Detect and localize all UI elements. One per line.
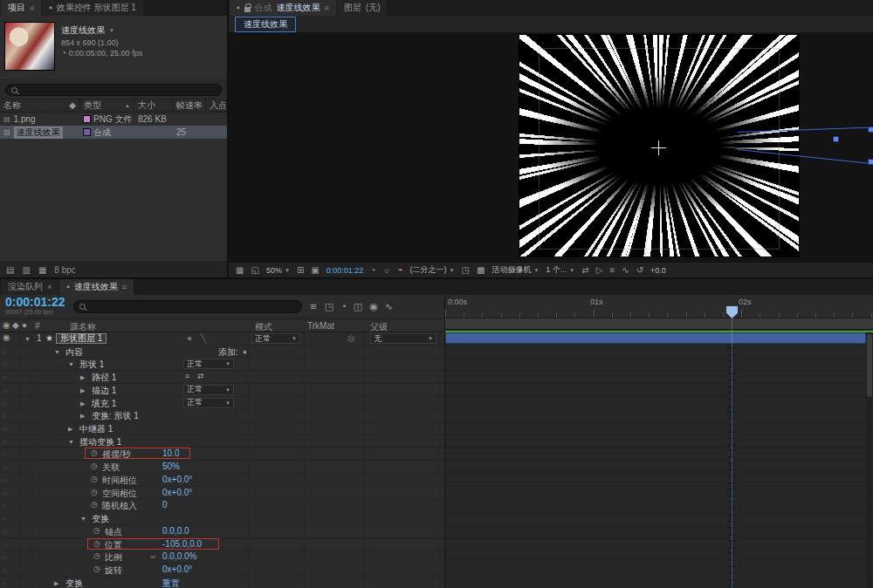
tracks-scrollbar[interactable]	[866, 332, 873, 588]
track-row[interactable]	[445, 538, 866, 551]
viewer-timecode[interactable]: 0:00:01:22	[327, 266, 364, 275]
property-name[interactable]: 变换	[92, 513, 109, 525]
property-name[interactable]: 旋转	[105, 564, 122, 577]
twirl-open-icon[interactable]: ▼	[68, 361, 74, 367]
comp-breadcrumb-button[interactable]: 速度线效果	[235, 17, 296, 32]
quality-switch-icon[interactable]: ●	[187, 333, 192, 343]
property-row[interactable]: ○◷随机植入0	[0, 499, 444, 512]
property-name[interactable]: 形状 1	[79, 359, 104, 371]
property-value[interactable]: 0	[162, 500, 168, 509]
project-search-input[interactable]	[5, 84, 222, 96]
property-name[interactable]: 内容	[65, 346, 83, 359]
property-name[interactable]: 锚点	[105, 526, 122, 538]
property-row[interactable]: ○◷旋转0x+0.0°	[0, 564, 444, 577]
twirl-closed-icon[interactable]: ▶	[80, 400, 85, 407]
stopwatch-icon[interactable]: ◷	[91, 475, 98, 483]
property-name[interactable]: 比例	[105, 551, 122, 564]
current-time-indicator-line[interactable]	[732, 318, 732, 588]
property-name[interactable]: 变换	[65, 578, 83, 588]
current-time-field[interactable]: 0:00:01:22	[5, 297, 65, 307]
stopwatch-icon[interactable]: ◷	[93, 551, 100, 560]
layer-duration-bar[interactable]	[445, 332, 866, 344]
column-framerate[interactable]: 帧速率	[173, 99, 206, 112]
snapshot-icon[interactable]: ◔	[370, 266, 375, 275]
property-value[interactable]: 50%	[162, 462, 180, 471]
property-row[interactable]: ○▶描边 1正常▼	[0, 384, 444, 397]
time-ruler[interactable]: 0:00s01s02s	[445, 295, 873, 318]
transparency-grid-icon[interactable]: ▩	[477, 266, 485, 275]
property-value[interactable]: 0x+0.0°	[162, 488, 192, 497]
lock-icon[interactable]	[244, 7, 251, 12]
twirl-closed-icon[interactable]: ▶	[80, 387, 85, 394]
exposure-value[interactable]: +0.0	[650, 266, 666, 275]
property-name[interactable]: 摆动变换 1	[79, 436, 121, 448]
pixel-aspect-icon[interactable]: ⇄	[581, 266, 588, 275]
layer-mode-select[interactable]: 正常▼	[251, 333, 300, 344]
property-name[interactable]: 随机植入	[102, 500, 137, 512]
project-empty-area[interactable]	[0, 139, 227, 262]
draft-3d-icon[interactable]: ◳	[325, 301, 333, 312]
track-row[interactable]	[445, 358, 866, 371]
property-row[interactable]: ○▶变换重置	[0, 577, 444, 588]
preview-monitor-icon[interactable]: ▦	[236, 266, 244, 275]
twirl-open-icon[interactable]: ▼	[24, 336, 31, 342]
anchor-point-widget[interactable]	[651, 140, 666, 155]
property-row[interactable]: ○◷锚点0.0,0.0	[0, 525, 444, 538]
property-name[interactable]: 空间相位	[102, 488, 137, 500]
property-name[interactable]: 中继器 1	[79, 423, 113, 435]
layer-track-row[interactable]	[445, 332, 866, 345]
stopwatch-icon[interactable]: ◷	[93, 526, 100, 535]
property-row[interactable]: ○▶变换: 形状 1	[0, 409, 444, 422]
selection-handle[interactable]	[834, 137, 838, 141]
column-parent[interactable]: 父级	[370, 321, 388, 333]
stopwatch-icon[interactable]: ◷	[93, 539, 100, 548]
timeline-button-icon[interactable]: ≡	[609, 266, 615, 275]
track-row[interactable]	[445, 577, 866, 588]
twirl-closed-icon[interactable]: ▶	[68, 426, 72, 433]
property-name[interactable]: 填充 1	[92, 398, 116, 410]
track-row[interactable]	[445, 499, 866, 512]
path-reverse-icon[interactable]: ⇄	[197, 372, 204, 380]
column-type[interactable]: 类型▲	[80, 99, 134, 112]
property-row[interactable]: ○▼内容添加:●	[0, 345, 444, 359]
column-name[interactable]: 名称◆	[0, 99, 80, 112]
table-row[interactable]: ▧速度线效果合成25	[0, 126, 227, 139]
interpret-footage-icon[interactable]: ▤	[6, 266, 14, 275]
reset-link[interactable]: 重置	[162, 578, 180, 588]
tab-layer[interactable]: 图层 (无)	[337, 0, 388, 16]
property-name[interactable]: 位置	[105, 539, 122, 551]
twirl-open-icon[interactable]: ▼	[54, 349, 60, 355]
selection-handle[interactable]	[869, 127, 873, 132]
property-row[interactable]: ○◷比例∞0.0,0.0%	[0, 550, 444, 564]
project-thumbnail[interactable]	[5, 23, 54, 70]
property-row[interactable]: ○▼摆动变换 1	[0, 435, 444, 448]
property-row[interactable]: ○▼形状 1正常▼	[0, 358, 444, 371]
property-value[interactable]: 0.0,0.0%	[162, 551, 196, 561]
property-row[interactable]: ○◷摇摆/秒10.0	[0, 448, 444, 461]
viewer-canvas[interactable]	[229, 33, 873, 262]
property-row[interactable]: ○▶填充 1正常▼	[0, 397, 444, 410]
path-direction-icon[interactable]: ≡	[185, 372, 189, 380]
track-row[interactable]	[445, 512, 866, 525]
stopwatch-icon[interactable]: ◷	[91, 448, 98, 457]
tab-render-queue[interactable]: 渲染队列 ×	[1, 279, 58, 295]
track-row[interactable]	[445, 525, 866, 538]
panel-menu-icon[interactable]: ≡	[30, 3, 34, 12]
property-value[interactable]: 0.0,0.0	[162, 526, 189, 536]
track-row[interactable]	[445, 345, 866, 359]
property-name[interactable]: 时间相位	[102, 475, 137, 487]
shy-layers-icon[interactable]: ◔	[340, 301, 347, 312]
flowchart-icon[interactable]: ∿	[622, 266, 629, 275]
close-icon[interactable]: ×	[47, 283, 52, 291]
panel-menu-icon[interactable]: ≡	[122, 283, 127, 291]
effects-switch-icon[interactable]: ╲	[201, 333, 206, 343]
graph-editor-icon[interactable]: ∿	[385, 301, 393, 312]
property-row[interactable]: ○◷关联50%	[0, 461, 444, 474]
twirl-closed-icon[interactable]: ▶	[54, 580, 58, 587]
track-row[interactable]	[445, 448, 866, 461]
table-row[interactable]: ▤1.pngPNG 文件826 KB	[0, 113, 227, 126]
view-layout-select[interactable]: 1 个...▼	[546, 264, 574, 276]
grid-guides-icon[interactable]: ⊞	[297, 266, 304, 275]
add-button[interactable]: ●	[243, 348, 247, 356]
mini-flowchart-icon[interactable]: ≋	[310, 301, 318, 312]
